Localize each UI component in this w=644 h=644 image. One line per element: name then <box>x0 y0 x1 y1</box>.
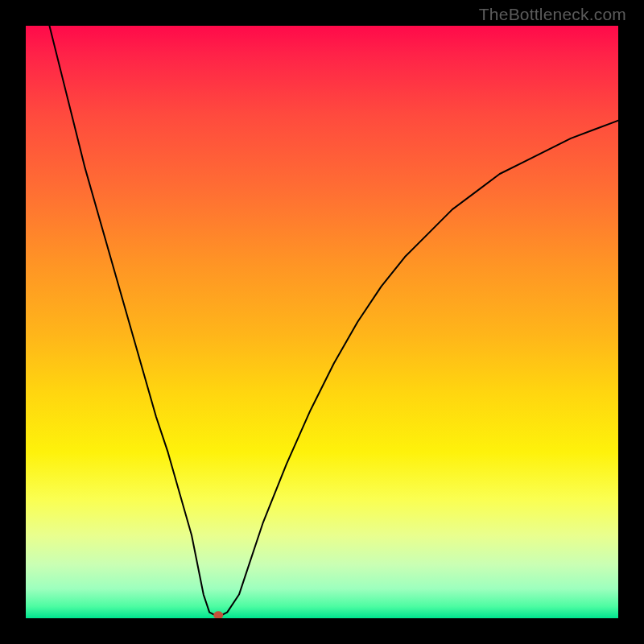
marker-group <box>213 611 223 618</box>
curve-group <box>49 26 618 615</box>
optimum-marker <box>213 611 223 618</box>
chart-frame: TheBottleneck.com <box>0 0 644 644</box>
watermark-text: TheBottleneck.com <box>479 5 626 24</box>
curve-svg <box>26 26 618 618</box>
plot-area <box>26 26 618 618</box>
bottleneck-curve <box>49 26 618 615</box>
